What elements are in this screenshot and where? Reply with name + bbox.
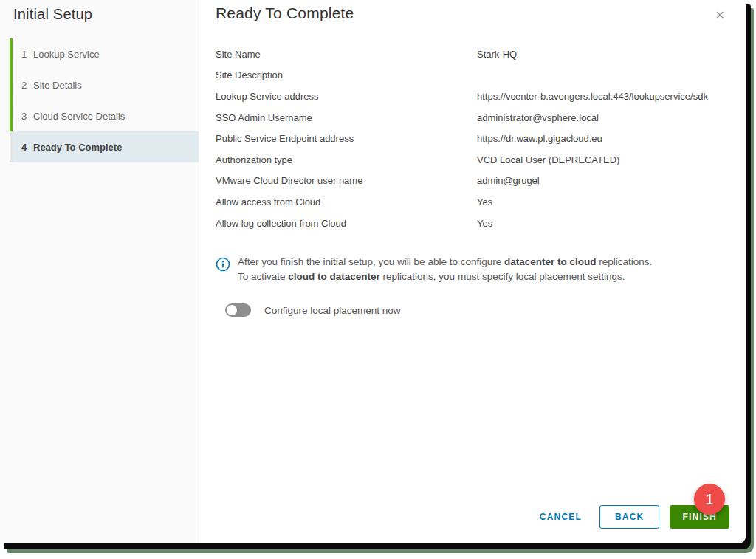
step-label: Cloud Service Details <box>33 111 125 122</box>
field-row-authorization-type: Authorization type VCD Local User (DEPRE… <box>216 149 729 171</box>
close-icon[interactable]: ✕ <box>715 10 725 21</box>
field-value: admin@grugel <box>477 175 729 186</box>
field-label: Public Service Endpoint address <box>216 133 477 144</box>
step-label: Lookup Service <box>33 49 100 60</box>
field-row-allow-access: Allow access from Cloud Yes <box>216 191 729 213</box>
step-number: 3 <box>21 111 33 122</box>
field-value: Yes <box>477 196 729 208</box>
step-label: Site Details <box>33 80 82 91</box>
field-label: Lookup Service address <box>216 91 477 102</box>
info-icon <box>216 257 230 272</box>
step-number: 4 <box>21 142 33 153</box>
field-value: VCD Local User (DEPRECATED) <box>477 154 729 165</box>
field-label: Site Description <box>216 69 477 80</box>
step-label: Ready To Complete <box>33 142 122 153</box>
step-lookup-service[interactable]: 1 Lookup Service <box>10 38 199 69</box>
field-value: Yes <box>477 218 729 229</box>
step-number: 2 <box>21 80 33 91</box>
step-site-details[interactable]: 2 Site Details <box>10 69 199 100</box>
field-row-lookup-service-address: Lookup Service address https://vcenter-b… <box>216 86 729 107</box>
page-title: Ready To Complete <box>216 4 354 22</box>
field-label: Authorization type <box>216 154 477 165</box>
field-value: https://vcenter-b.avengers.local:443/loo… <box>477 91 729 102</box>
field-value: administrator@vsphere.local <box>477 112 729 123</box>
cancel-button[interactable]: CANCEL <box>532 505 589 529</box>
initial-setup-wizard-window: Initial Setup 1 Lookup Service 2 Site De… <box>0 0 746 543</box>
info-notice: After you finish the initial setup, you … <box>216 255 729 284</box>
wizard-title: Initial Setup <box>13 6 199 23</box>
info-notice-text: After you finish the initial setup, you … <box>238 255 652 284</box>
info-line-1: After you finish the initial setup, you … <box>238 255 652 270</box>
back-button[interactable]: BACK <box>599 505 659 529</box>
annotation-badge-1: 1 <box>694 484 725 515</box>
field-label: Allow log collection from Cloud <box>216 218 477 229</box>
configure-local-placement-toggle[interactable] <box>225 303 251 317</box>
field-label: Site Name <box>216 49 477 60</box>
field-label: Allow access from Cloud <box>216 196 477 208</box>
step-cloud-service-details[interactable]: 3 Cloud Service Details <box>10 100 199 131</box>
field-row-vcd-user-name: VMware Cloud Director user name admin@gr… <box>216 171 729 192</box>
wizard-sidebar: Initial Setup 1 Lookup Service 2 Site De… <box>0 0 199 543</box>
step-ready-to-complete[interactable]: 4 Ready To Complete <box>10 131 199 162</box>
wizard-step-list: 1 Lookup Service 2 Site Details 3 Cloud … <box>0 38 199 162</box>
field-label: VMware Cloud Director user name <box>216 175 477 186</box>
toggle-label: Configure local placement now <box>264 305 401 316</box>
content-header: Ready To Complete ✕ <box>216 0 729 22</box>
field-row-site-description: Site Description <box>216 65 729 86</box>
toggle-knob <box>227 305 237 315</box>
info-line-2: To activate cloud to datacenter replicat… <box>238 270 652 284</box>
wizard-content-pane: Ready To Complete ✕ Site Name Stark-HQ S… <box>199 0 746 543</box>
field-label: SSO Admin Username <box>216 112 477 123</box>
field-row-site-name: Site Name Stark-HQ <box>216 44 729 65</box>
field-value: https://dr.waw.pl.gigacloud.eu <box>477 133 729 144</box>
field-value: Stark-HQ <box>477 49 729 60</box>
field-row-allow-log-collection: Allow log collection from Cloud Yes <box>216 213 729 234</box>
summary-field-list: Site Name Stark-HQ Site Description Look… <box>216 44 729 233</box>
field-row-sso-admin-username: SSO Admin Username administrator@vsphere… <box>216 107 729 128</box>
field-row-public-service-endpoint: Public Service Endpoint address https://… <box>216 128 729 149</box>
step-number: 1 <box>21 49 33 60</box>
local-placement-row: Configure local placement now <box>216 303 729 317</box>
